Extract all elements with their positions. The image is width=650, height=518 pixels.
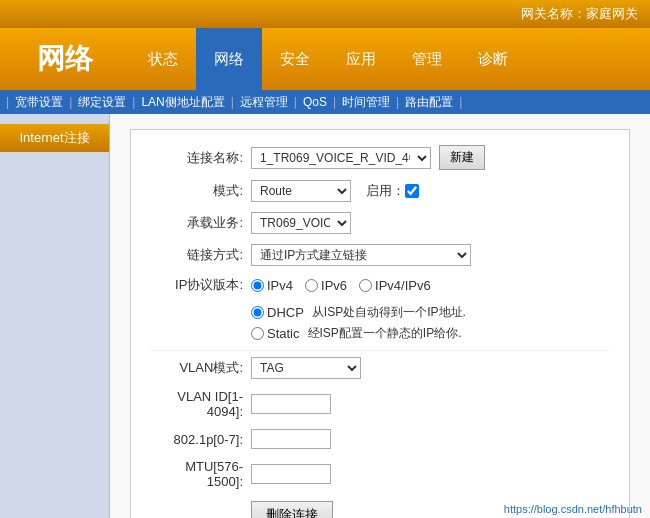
vlan-mode-control: TAG bbox=[251, 357, 609, 379]
ipv4-option[interactable]: IPv4 bbox=[251, 278, 293, 293]
row-service: 承载业务: TR069_VOICE bbox=[151, 212, 609, 234]
connection-name-select[interactable]: 1_TR069_VOICE_R_VID_46 bbox=[251, 147, 431, 169]
service-control: TR069_VOICE bbox=[251, 212, 609, 234]
row-dhcp-static: DHCP 从ISP处自动得到一个IP地址. Static 经ISP配置一个静态的… bbox=[151, 304, 609, 342]
mtu-label: MTU[576-1500]: bbox=[151, 459, 251, 489]
vlan-id-label: VLAN ID[1-4094]: bbox=[151, 389, 251, 419]
delete-button[interactable]: 删除连接 bbox=[251, 501, 333, 518]
ipv4ipv6-radio[interactable] bbox=[359, 279, 372, 292]
vlan-mode-label: VLAN模式: bbox=[151, 359, 251, 377]
row-dot1p: 802.1p[0-7]: 7 bbox=[151, 429, 609, 449]
mtu-control: 1500 bbox=[251, 464, 609, 484]
subnav-bind[interactable]: 绑定设置 bbox=[72, 94, 132, 111]
divider bbox=[151, 350, 609, 351]
subnav-qos[interactable]: QoS bbox=[297, 95, 333, 109]
dot1p-input[interactable]: 7 bbox=[251, 429, 331, 449]
ip-version-label: IP协议版本: bbox=[151, 276, 251, 294]
vlan-id-control: 46 bbox=[251, 394, 609, 414]
mode-control: Route 启用： bbox=[251, 180, 609, 202]
ipv4ipv6-label: IPv4/IPv6 bbox=[375, 278, 431, 293]
footer-url: https://blog.csdn.net/hfhbutn bbox=[496, 500, 650, 518]
ipv4ipv6-option[interactable]: IPv4/IPv6 bbox=[359, 278, 431, 293]
nav-network[interactable]: 网络 bbox=[196, 28, 262, 90]
dhcp-radio[interactable] bbox=[251, 306, 264, 319]
dot1p-label: 802.1p[0-7]: bbox=[151, 432, 251, 447]
connection-name-control: 1_TR069_VOICE_R_VID_46 新建 bbox=[251, 145, 609, 170]
link-control: 通过IP方式建立链接 bbox=[251, 244, 609, 266]
row-mtu: MTU[576-1500]: 1500 bbox=[151, 459, 609, 489]
ipv6-radio[interactable] bbox=[305, 279, 318, 292]
enable-checkbox[interactable] bbox=[405, 184, 419, 198]
dot1p-control: 7 bbox=[251, 429, 609, 449]
mode-select[interactable]: Route bbox=[251, 180, 351, 202]
row-vlan-id: VLAN ID[1-4094]: 46 bbox=[151, 389, 609, 419]
subnav-broadband[interactable]: 宽带设置 bbox=[9, 94, 69, 111]
ipv4-label: IPv4 bbox=[267, 278, 293, 293]
subnav-route[interactable]: 路由配置 bbox=[399, 94, 459, 111]
dhcp-section: DHCP 从ISP处自动得到一个IP地址. Static 经ISP配置一个静态的… bbox=[251, 304, 466, 342]
sub-nav-sep-7: | bbox=[459, 95, 462, 109]
subnav-lan[interactable]: LAN侧地址配置 bbox=[135, 94, 230, 111]
nav-diag[interactable]: 诊断 bbox=[460, 28, 526, 90]
content-area: 连接名称: 1_TR069_VOICE_R_VID_46 新建 模式: Rout… bbox=[110, 114, 650, 518]
static-text: 经ISP配置一个静态的IP给你. bbox=[308, 325, 462, 342]
form-section: 连接名称: 1_TR069_VOICE_R_VID_46 新建 模式: Rout… bbox=[130, 129, 630, 518]
mtu-input[interactable]: 1500 bbox=[251, 464, 331, 484]
dhcp-row: DHCP 从ISP处自动得到一个IP地址. bbox=[251, 304, 466, 321]
dhcp-text: 从ISP处自动得到一个IP地址. bbox=[312, 304, 466, 321]
row-ip-version: IP协议版本: IPv4 IPv6 IPv4/IPv6 bbox=[151, 276, 609, 294]
header: 网络 状态 网络 安全 应用 管理 诊断 bbox=[0, 28, 650, 90]
sub-nav: | 宽带设置 | 绑定设置 | LAN侧地址配置 | 远程管理 | QoS | … bbox=[0, 90, 650, 114]
link-label: 链接方式: bbox=[151, 246, 251, 264]
enable-label: 启用： bbox=[366, 182, 405, 200]
static-radio[interactable] bbox=[251, 327, 264, 340]
link-select[interactable]: 通过IP方式建立链接 bbox=[251, 244, 471, 266]
ip-version-radio-group: IPv4 IPv6 IPv4/IPv6 bbox=[251, 278, 431, 293]
connection-name-label: 连接名称: bbox=[151, 149, 251, 167]
nav-admin[interactable]: 管理 bbox=[394, 28, 460, 90]
new-button[interactable]: 新建 bbox=[439, 145, 485, 170]
subnav-remote[interactable]: 远程管理 bbox=[234, 94, 294, 111]
subnav-time[interactable]: 时间管理 bbox=[336, 94, 396, 111]
main-nav: 状态 网络 安全 应用 管理 诊断 bbox=[130, 28, 650, 90]
static-row: Static 经ISP配置一个静态的IP给你. bbox=[251, 325, 466, 342]
mode-label: 模式: bbox=[151, 182, 251, 200]
service-label: 承载业务: bbox=[151, 214, 251, 232]
row-connection-name: 连接名称: 1_TR069_VOICE_R_VID_46 新建 bbox=[151, 145, 609, 170]
top-bar: 网关名称：家庭网关 bbox=[0, 0, 650, 28]
row-vlan-mode: VLAN模式: TAG bbox=[151, 357, 609, 379]
sidebar-item-internet[interactable]: Internet注接 bbox=[0, 124, 109, 152]
ipv4-radio[interactable] bbox=[251, 279, 264, 292]
nav-status[interactable]: 状态 bbox=[130, 28, 196, 90]
row-link: 链接方式: 通过IP方式建立链接 bbox=[151, 244, 609, 266]
service-select[interactable]: TR069_VOICE bbox=[251, 212, 351, 234]
dhcp-label: DHCP bbox=[267, 305, 304, 320]
logo-text: 网络 bbox=[37, 40, 93, 78]
vlan-id-input[interactable]: 46 bbox=[251, 394, 331, 414]
dhcp-static-control: DHCP 从ISP处自动得到一个IP地址. Static 经ISP配置一个静态的… bbox=[251, 304, 609, 342]
nav-security[interactable]: 安全 bbox=[262, 28, 328, 90]
row-mode: 模式: Route 启用： bbox=[151, 180, 609, 202]
ipv6-option[interactable]: IPv6 bbox=[305, 278, 347, 293]
gateway-name-label: 网关名称：家庭网关 bbox=[521, 5, 638, 23]
main-content: Internet注接 连接名称: 1_TR069_VOICE_R_VID_46 … bbox=[0, 114, 650, 518]
ipv6-label: IPv6 bbox=[321, 278, 347, 293]
static-label: Static bbox=[267, 326, 300, 341]
nav-apps[interactable]: 应用 bbox=[328, 28, 394, 90]
logo: 网络 bbox=[0, 28, 130, 90]
sidebar: Internet注接 bbox=[0, 114, 110, 518]
ip-version-control: IPv4 IPv6 IPv4/IPv6 bbox=[251, 278, 609, 293]
static-option[interactable]: Static bbox=[251, 326, 300, 341]
dhcp-option[interactable]: DHCP bbox=[251, 305, 304, 320]
vlan-mode-select[interactable]: TAG bbox=[251, 357, 361, 379]
